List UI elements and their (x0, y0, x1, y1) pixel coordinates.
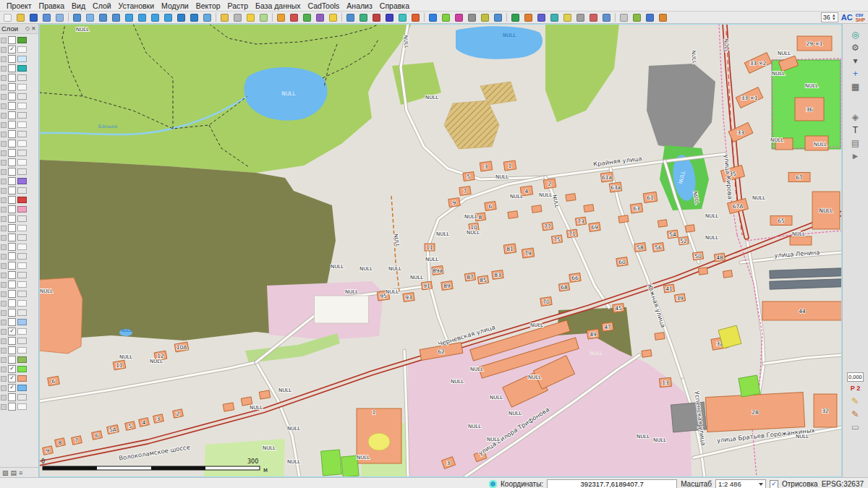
gear-icon[interactable]: ⚙ (847, 41, 863, 54)
layer-visibility-checkbox[interactable] (8, 252, 16, 260)
layer-row-24[interactable] (0, 261, 38, 270)
list-icon[interactable]: ▤ (11, 469, 17, 476)
menu-icon[interactable]: ≡ (19, 469, 22, 476)
toolbar-icon-49[interactable] (587, 12, 600, 23)
layer-row-32[interactable] (0, 336, 38, 346)
layer-visibility-checkbox[interactable] (8, 196, 16, 204)
layer-row-18[interactable] (0, 205, 38, 214)
layer-visibility-checkbox[interactable] (8, 262, 16, 270)
menu-Слой[interactable]: Слой (89, 1, 115, 10)
toolbar-icon-23[interactable] (275, 12, 287, 23)
layer-visibility-checkbox[interactable] (8, 158, 16, 166)
pen-icon[interactable]: ✎ (847, 408, 863, 421)
layer-visibility-checkbox[interactable] (8, 93, 16, 100)
toolbar-icon-36[interactable] (427, 12, 439, 23)
layer-row-23[interactable] (0, 252, 38, 261)
toolbar-icon-25[interactable] (301, 12, 313, 23)
toolbar-icon-10[interactable] (123, 12, 135, 23)
layer-visibility-checkbox[interactable] (8, 281, 16, 288)
grid-icon[interactable]: ▦ (847, 80, 863, 93)
layer-visibility-checkbox[interactable]: ✓ (8, 46, 16, 53)
toolbar-icon-37[interactable] (440, 12, 452, 23)
toolbar-icon-9[interactable] (110, 12, 122, 23)
toolbar-icon-53[interactable] (631, 12, 643, 23)
menu-Установки[interactable]: Установки (115, 1, 158, 10)
toolbar-icon-8[interactable] (97, 12, 109, 23)
toolbar-icon-32[interactable] (383, 12, 396, 23)
toolbar-icon-31[interactable] (370, 12, 383, 23)
layer-row-17[interactable] (0, 195, 38, 205)
layer-row-11[interactable] (0, 139, 38, 148)
layer-row-6[interactable] (0, 92, 38, 101)
toolbar-icon-41[interactable] (492, 12, 504, 23)
layer-visibility-checkbox[interactable] (8, 36, 16, 44)
layer-row-12[interactable] (0, 148, 38, 158)
layer-visibility-checkbox[interactable] (8, 318, 16, 326)
layer-visibility-checkbox[interactable] (8, 346, 16, 354)
toolbar-icon-43[interactable] (509, 12, 522, 23)
pencil-icon[interactable]: ✎ (847, 395, 863, 408)
coordinate-capture-icon[interactable] (489, 480, 497, 488)
toolbar-icon-48[interactable] (574, 12, 587, 23)
toolbar-icon-0[interactable] (1, 12, 14, 23)
layer-row-0[interactable] (0, 35, 38, 45)
layer-visibility-checkbox[interactable] (8, 121, 16, 129)
table-icon[interactable]: ▤ (847, 137, 863, 150)
close-panel-icon[interactable]: ✕ (30, 25, 37, 32)
toolbar-icon-50[interactable] (600, 12, 613, 23)
toolbar-icon-34[interactable] (409, 12, 422, 23)
layer-row-33[interactable] (0, 346, 38, 355)
add-icon[interactable]: + (847, 67, 863, 80)
crs-status[interactable]: EPSG:32637 (822, 480, 864, 488)
layer-visibility-checkbox[interactable] (8, 205, 16, 213)
toolbar-icon-13[interactable] (162, 12, 174, 23)
layer-visibility-checkbox[interactable] (8, 299, 16, 307)
layer-visibility-checkbox[interactable] (8, 215, 16, 223)
toolbar-icon-20[interactable] (244, 12, 257, 23)
toolbar-icon-30[interactable] (357, 12, 370, 23)
toolbar-icon-15[interactable] (188, 12, 200, 23)
toolbar-icon-21[interactable] (258, 12, 270, 23)
layer-visibility-checkbox[interactable] (8, 111, 16, 119)
layer-row-15[interactable] (0, 176, 38, 186)
layer-row-36[interactable]: ✓ (0, 374, 38, 383)
layer-row-9[interactable] (0, 120, 38, 129)
menu-Анализ[interactable]: Анализ (343, 1, 375, 10)
layer-row-34[interactable] (0, 355, 38, 364)
layer-visibility-checkbox[interactable] (8, 393, 16, 401)
play-icon[interactable]: ► (847, 150, 863, 163)
toolbar-icon-44[interactable] (522, 12, 535, 23)
layer-visibility-checkbox[interactable] (8, 337, 16, 345)
layer-visibility-checkbox[interactable] (8, 168, 16, 176)
layer-visibility-checkbox[interactable] (8, 271, 16, 279)
layer-visibility-checkbox[interactable] (8, 149, 16, 157)
layer-visibility-checkbox[interactable]: ✓ (8, 374, 16, 382)
menu-Правка[interactable]: Правка (35, 1, 68, 10)
layer-row-29[interactable] (0, 308, 38, 317)
layer-row-31[interactable]: ✓ (0, 327, 38, 336)
toolbar-icon-1[interactable] (14, 12, 27, 23)
toolbar-icon-39[interactable] (466, 12, 478, 23)
toolbar-icon-27[interactable] (327, 12, 339, 23)
scale-combo[interactable]: 1:2 486 (715, 479, 766, 488)
toolbar-icon-29[interactable] (344, 12, 357, 23)
menu-Модули[interactable]: Модули (158, 1, 192, 10)
layer-row-35[interactable]: ✓ (0, 364, 38, 374)
layer-row-38[interactable] (0, 393, 38, 402)
rotation-spinner[interactable]: 0,000 (847, 372, 864, 382)
toolbar-icon-47[interactable] (561, 12, 574, 23)
layer-visibility-checkbox[interactable] (8, 140, 16, 147)
menu-Справка[interactable]: Справка (376, 1, 413, 10)
layer-row-27[interactable] (0, 289, 38, 299)
toolbar-icon-40[interactable] (479, 12, 491, 23)
toolbar-icon-3[interactable] (41, 12, 53, 23)
toolbar-icon-33[interactable] (396, 12, 409, 23)
layer-visibility-checkbox[interactable] (8, 74, 16, 82)
layer-row-5[interactable] (0, 82, 38, 92)
toolbar-icon-24[interactable] (288, 12, 300, 23)
toolbar-icon-54[interactable] (644, 12, 656, 23)
layer-row-3[interactable] (0, 64, 38, 73)
layer-row-4[interactable] (0, 73, 38, 82)
toolbar-icon-26[interactable] (314, 12, 326, 23)
layer-row-10[interactable] (0, 129, 38, 139)
